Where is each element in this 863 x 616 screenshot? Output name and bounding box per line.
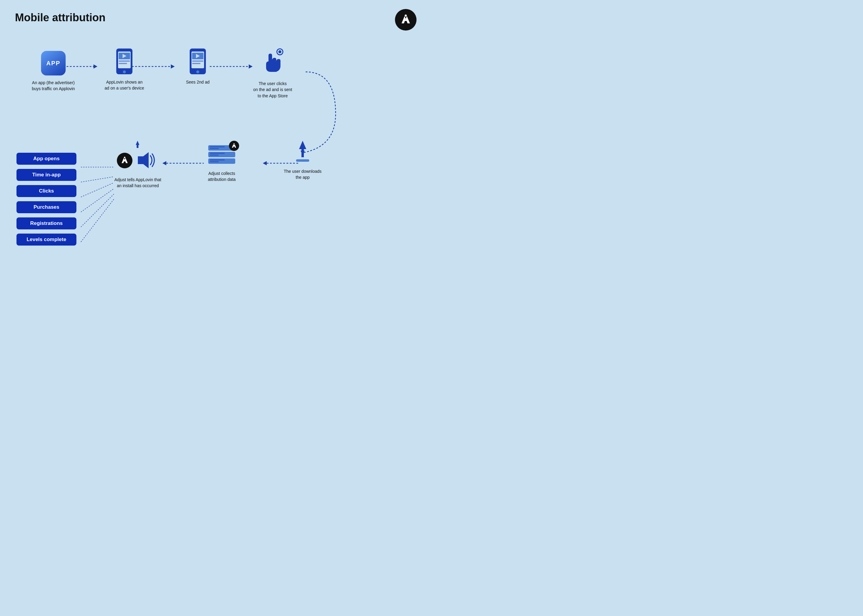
svg-rect-39	[210, 146, 225, 147]
svg-rect-29	[192, 60, 203, 62]
svg-marker-48	[299, 141, 306, 157]
advertiser-label: An app (the advertiser)buys traffic on A…	[32, 80, 75, 92]
speaker-icon	[135, 150, 159, 171]
svg-point-31	[196, 71, 199, 73]
finger-tap-icon	[260, 46, 286, 76]
svg-point-24	[123, 71, 126, 73]
applovin-shows-label: AppLovin shows anad on a user's device	[105, 79, 144, 91]
svg-rect-46	[210, 161, 219, 162]
badge-app-opens: App opens	[16, 153, 76, 165]
applovin-logo	[395, 9, 417, 31]
svg-rect-35	[137, 145, 139, 148]
svg-rect-49	[296, 159, 309, 162]
badge-purchases: Purchases	[16, 201, 76, 213]
svg-rect-40	[210, 148, 219, 149]
user-downloads-label: The user downloadsthe app	[284, 168, 321, 181]
svg-line-15	[81, 194, 114, 227]
svg-rect-43	[210, 154, 219, 156]
adjust-badge-icon	[229, 141, 239, 151]
svg-marker-1	[93, 64, 98, 69]
phone-ad2-icon	[189, 48, 207, 75]
badge-levels-complete: Levels complete	[16, 234, 76, 245]
svg-marker-37	[138, 152, 149, 168]
sees-ad-label: Sees 2nd ad	[186, 79, 210, 85]
svg-rect-45	[210, 159, 225, 160]
badge-clicks: Clicks	[16, 185, 76, 197]
download-arrow-icon	[294, 141, 312, 165]
phone-ad-icon	[115, 48, 134, 75]
user-clicks-label: The user clickson the ad and is sentto t…	[253, 80, 292, 99]
badge-registrations: Registrations	[16, 217, 76, 229]
flow-item-adjust-tells: Adjust tells AppLovin thatan install has…	[108, 141, 168, 189]
svg-point-17	[405, 15, 407, 17]
svg-rect-42	[210, 153, 225, 154]
svg-rect-23	[119, 63, 127, 64]
badges-column: App opens Time in-app Clicks Purchases R…	[16, 153, 76, 245]
svg-marker-34	[136, 141, 139, 145]
svg-line-14	[81, 189, 114, 212]
app-icon: An app (the advertiser) buys traffic on …	[41, 51, 66, 75]
adjust-logo	[117, 153, 132, 168]
install-arrow-icon	[133, 141, 142, 149]
svg-rect-30	[192, 63, 200, 64]
flow-item-user-clicks: The user clickson the ad and is sentto t…	[243, 46, 302, 99]
flow-item-advertiser: An app (the advertiser) buys traffic on …	[26, 51, 80, 92]
flow-item-sees-ad: Sees 2nd ad	[171, 48, 225, 85]
adjust-collects-label: Adjust collectsattribution data	[208, 170, 236, 183]
svg-point-33	[279, 50, 281, 53]
download-icon	[294, 141, 312, 165]
flow-item-adjust-collects: Adjust collectsattribution data	[192, 144, 252, 183]
adjust-tells-label: Adjust tells AppLovin thatan install has…	[115, 177, 161, 189]
badge-time-in-app: Time in-app	[16, 169, 76, 181]
flow-item-user-downloads: The user downloadsthe app	[276, 141, 330, 181]
svg-point-36	[124, 157, 125, 158]
svg-point-47	[233, 143, 235, 145]
adjust-speaker-group	[115, 141, 160, 174]
svg-rect-22	[119, 60, 130, 62]
page-title: Mobile attribution	[15, 11, 106, 24]
server-group	[207, 144, 237, 167]
flow-item-applovin-shows: AppLovin shows anad on a user's device	[98, 48, 151, 91]
svg-marker-8	[263, 161, 267, 165]
svg-line-16	[81, 199, 114, 242]
